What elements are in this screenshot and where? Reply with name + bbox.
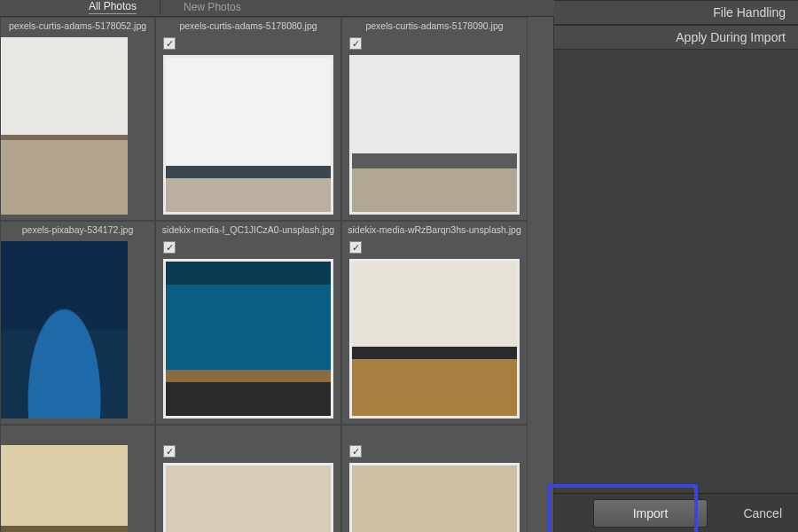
footer-buttons: Import Cancel — [554, 493, 798, 532]
thumbnail-image — [352, 58, 517, 212]
thumbnail-cell[interactable]: ilcina-KtOid0FLjqU-unsplash.jpg — [0, 425, 155, 532]
file-name: pexels-curtis-adams-5178090.jpg — [342, 20, 527, 31]
thumbnail-cell[interactable]: pexels-curtis-adams-5178080.jpg ✓ — [155, 17, 341, 221]
thumbnail-cell[interactable]: pexels-curtis-adams-5178052.jpg — [0, 17, 155, 221]
thumbnail-cell[interactable]: sidekix-media-I_QC1JICzA0-unsplash.jpg ✓ — [155, 221, 341, 425]
thumbnail-image — [1, 37, 128, 215]
thumbnail-cell[interactable]: ✓ yann-maignan-x3BCSWCAtrY-unsplash.jpg — [341, 425, 528, 532]
file-name: sidekix-media-I_QC1JICzA0-unsplash.jpg — [156, 224, 340, 235]
thumbnail-image — [1, 241, 128, 419]
thumbnail-cell[interactable]: pexels-curtis-adams-5178090.jpg ✓ — [341, 17, 528, 221]
thumbnail-cell[interactable]: ✓ wall-416060_1280.jpg — [155, 425, 341, 532]
thumbnail-cell[interactable]: sidekix-media-wRzBarqn3hs-unsplash.jpg ✓ — [341, 221, 528, 425]
tab-divider — [160, 1, 160, 13]
thumbnail-checkbox[interactable]: ✓ — [163, 241, 176, 254]
thumbnail-image — [166, 466, 331, 532]
thumbnail-grid: pexels-curtis-adams-5178052.jpg pexels-c… — [0, 16, 554, 532]
thumbnail-image — [166, 58, 331, 212]
import-button[interactable]: Import — [593, 499, 708, 528]
app-root: All Photos New Photos pexels-curtis-adam… — [0, 0, 798, 532]
thumbnail-checkbox[interactable]: ✓ — [349, 241, 362, 254]
panel-apply-during-import[interactable]: Apply During Import — [554, 25, 798, 50]
thumbnail-checkbox[interactable]: ✓ — [349, 37, 362, 50]
thumbnail-image — [352, 466, 517, 532]
panel-file-handling[interactable]: File Handling — [554, 0, 798, 25]
tab-all-photos[interactable]: All Photos — [89, 0, 137, 14]
file-name: pexels-curtis-adams-5178052.jpg — [1, 20, 154, 31]
main-pane: All Photos New Photos pexels-curtis-adam… — [0, 0, 554, 532]
file-name: pexels-pixabay-534172.jpg — [1, 224, 154, 235]
thumbnail-checkbox[interactable]: ✓ — [349, 445, 362, 458]
thumbnail-checkbox[interactable]: ✓ — [163, 37, 176, 50]
file-name: pexels-curtis-adams-5178080.jpg — [156, 20, 340, 31]
thumbnail-checkbox[interactable]: ✓ — [163, 445, 176, 458]
thumbnail-image — [352, 262, 517, 416]
tab-new-photos[interactable]: New Photos — [184, 1, 241, 13]
side-pane: File Handling Apply During Import Import… — [554, 0, 798, 532]
file-name: sidekix-media-wRzBarqn3hs-unsplash.jpg — [342, 224, 527, 235]
thumbnail-image — [166, 262, 331, 416]
thumbnail-image — [1, 445, 128, 532]
cancel-button[interactable]: Cancel — [743, 506, 782, 520]
view-tabs: All Photos New Photos — [0, 0, 554, 14]
thumbnail-cell[interactable]: pexels-pixabay-534172.jpg — [0, 221, 155, 425]
